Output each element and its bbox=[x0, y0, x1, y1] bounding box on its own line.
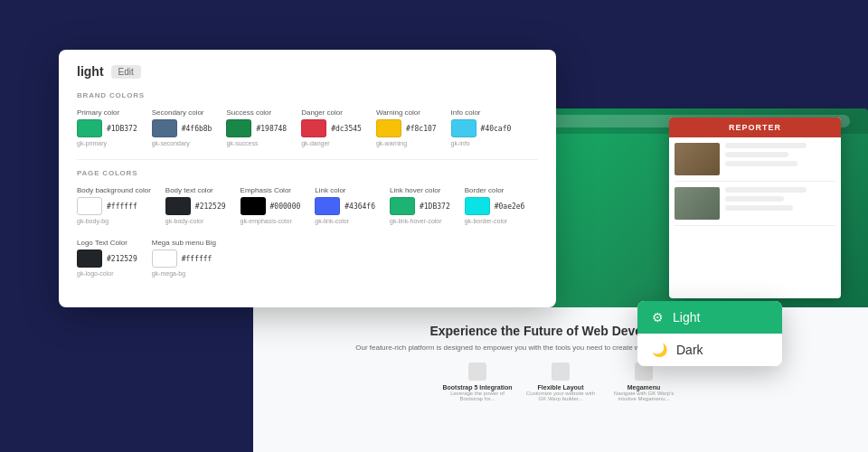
mag-article-1 bbox=[675, 143, 835, 182]
mag-line bbox=[725, 152, 788, 157]
color-swatch[interactable] bbox=[465, 197, 490, 215]
color-swatch-row: #000000 bbox=[241, 197, 301, 215]
color-swatch[interactable] bbox=[226, 119, 251, 137]
brand-color-item: Success color #198748 gk-success bbox=[226, 108, 287, 146]
page-color-item: Link color #4364f6 gk-link-color bbox=[315, 186, 375, 224]
color-swatch-row: #ffffff bbox=[77, 197, 151, 215]
feature-card-3: Megamenu Navigate with GK Warp's intuiti… bbox=[608, 363, 680, 401]
panel-title: light bbox=[77, 64, 104, 79]
color-var-name: gk-emphasis-color bbox=[241, 218, 301, 224]
magazine-body bbox=[669, 137, 841, 237]
color-label: Body text color bbox=[165, 186, 226, 194]
feature-card-1: Bootstrap 5 Integration Leverage the pow… bbox=[441, 363, 514, 401]
page-color-item: Emphasis Color #000000 gk-emphasis-color bbox=[241, 186, 301, 224]
color-hex-value: #4f6b8b bbox=[182, 125, 212, 133]
color-swatch[interactable] bbox=[390, 197, 415, 215]
magazine-preview: REPORTER bbox=[669, 118, 841, 298]
mag-line bbox=[725, 205, 793, 211]
color-var-name: gk-border-color bbox=[465, 218, 525, 224]
color-hex-value: #198748 bbox=[256, 125, 287, 133]
color-var-name: gk-info bbox=[451, 140, 512, 146]
color-swatch-row: #198748 bbox=[226, 119, 287, 137]
color-var-name: gk-link-hover-color bbox=[390, 218, 450, 224]
color-swatch[interactable] bbox=[315, 197, 340, 215]
mag-line bbox=[725, 187, 807, 193]
light-theme-option[interactable]: ⚙ Light bbox=[637, 301, 782, 334]
mag-text-1 bbox=[725, 143, 807, 175]
color-swatch[interactable] bbox=[77, 119, 102, 137]
magazine-title: REPORTER bbox=[669, 118, 841, 137]
color-swatch-row: #40caf0 bbox=[451, 119, 512, 137]
color-swatch-row: #212529 bbox=[77, 250, 137, 268]
mag-text-2 bbox=[725, 187, 807, 220]
mag-line bbox=[725, 143, 807, 148]
panel-header: light Edit bbox=[77, 64, 538, 79]
color-swatch[interactable] bbox=[301, 119, 326, 137]
mag-image-2 bbox=[675, 187, 720, 220]
brand-color-item: Warning color #f8c107 gk-warning bbox=[376, 108, 437, 146]
color-hex-value: #dc3545 bbox=[331, 125, 362, 133]
color-swatch[interactable] bbox=[241, 197, 266, 215]
color-label: Logo Text Color bbox=[77, 239, 137, 247]
brand-color-item: Danger color #dc3545 gk-danger bbox=[301, 108, 362, 146]
color-swatch[interactable] bbox=[376, 119, 401, 137]
color-swatch-row: #4364f6 bbox=[315, 197, 375, 215]
brand-color-item: Primary color #1DB372 gk-primary bbox=[77, 108, 137, 146]
color-swatch-row: #1DB372 bbox=[77, 119, 137, 137]
color-swatch[interactable] bbox=[451, 119, 476, 137]
page-section-label: PAGE COLORS bbox=[77, 169, 538, 177]
color-hex-value: #40caf0 bbox=[481, 125, 512, 133]
color-swatch[interactable] bbox=[152, 119, 177, 137]
color-swatch-row: #1DB372 bbox=[390, 197, 450, 215]
color-var-name: gk-danger bbox=[301, 140, 362, 146]
color-hex-value: #f8c107 bbox=[406, 125, 437, 133]
color-label: Emphasis Color bbox=[241, 186, 301, 194]
feature-cards: Bootstrap 5 Integration Leverage the pow… bbox=[275, 363, 846, 401]
color-var-name: gk-mega-bg bbox=[152, 270, 216, 277]
color-swatch[interactable] bbox=[77, 250, 102, 268]
page-color-item: Body text color #212529 gk-body-color bbox=[165, 186, 226, 224]
color-label: Primary color bbox=[77, 108, 137, 117]
color-label: Body background color bbox=[77, 186, 151, 194]
color-hex-value: #ffffff bbox=[182, 255, 212, 263]
color-hex-value: #000000 bbox=[270, 202, 301, 211]
color-label: Info color bbox=[451, 108, 512, 117]
color-label: Secondary color bbox=[152, 108, 212, 117]
color-swatch[interactable] bbox=[152, 250, 177, 268]
light-theme-label: Light bbox=[673, 310, 700, 325]
dark-theme-option[interactable]: 🌙 Dark bbox=[637, 334, 782, 366]
color-label: Success color bbox=[226, 108, 287, 117]
mag-line bbox=[725, 196, 784, 202]
color-label: Warning color bbox=[376, 108, 437, 117]
color-var-name: gk-logo-color bbox=[77, 270, 137, 277]
color-swatch-row: #4f6b8b bbox=[152, 119, 212, 137]
brand-colors-grid: Primary color #1DB372 gk-primary Seconda… bbox=[77, 108, 538, 146]
page-color-item: Body background color #ffffff gk-body-bg bbox=[77, 186, 151, 224]
section-divider bbox=[77, 159, 538, 160]
color-swatch[interactable] bbox=[165, 197, 191, 215]
color-var-name: gk-link-color bbox=[315, 218, 375, 224]
dark-theme-label: Dark bbox=[676, 343, 703, 357]
color-var-name: gk-success bbox=[226, 140, 287, 146]
color-swatch-row: #0ae2e6 bbox=[465, 197, 525, 215]
color-var-name: gk-body-color bbox=[165, 218, 226, 224]
feature-desc-3: Navigate with GK Warp's intuitive Megame… bbox=[608, 391, 680, 401]
color-var-name: gk-body-bg bbox=[77, 218, 151, 224]
page-color-item: Logo Text Color #212529 gk-logo-color bbox=[77, 239, 137, 277]
feature-card-2: Flexible Layout Customize your website w… bbox=[524, 363, 597, 401]
color-label: Border color bbox=[465, 186, 525, 194]
brand-color-item: Info color #40caf0 gk-info bbox=[451, 108, 512, 146]
page-color-item: Mega sub menu Big #ffffff gk-mega-bg bbox=[152, 239, 216, 277]
color-hex-value: #1DB372 bbox=[420, 202, 450, 211]
feature-title-3: Megamenu bbox=[608, 384, 680, 391]
edit-badge[interactable]: Edit bbox=[111, 65, 141, 79]
color-label: Danger color bbox=[301, 108, 362, 117]
feature-title-1: Bootstrap 5 Integration bbox=[441, 384, 514, 391]
color-label: Mega sub menu Big bbox=[152, 239, 216, 247]
feature-title-2: Flexible Layout bbox=[524, 384, 597, 391]
color-hex-value: #4364f6 bbox=[344, 202, 375, 211]
mag-line bbox=[725, 161, 797, 166]
color-var-name: gk-primary bbox=[77, 140, 137, 146]
page-colors-grid: Body background color #ffffff gk-body-bg… bbox=[77, 186, 538, 277]
color-swatch[interactable] bbox=[77, 197, 102, 215]
